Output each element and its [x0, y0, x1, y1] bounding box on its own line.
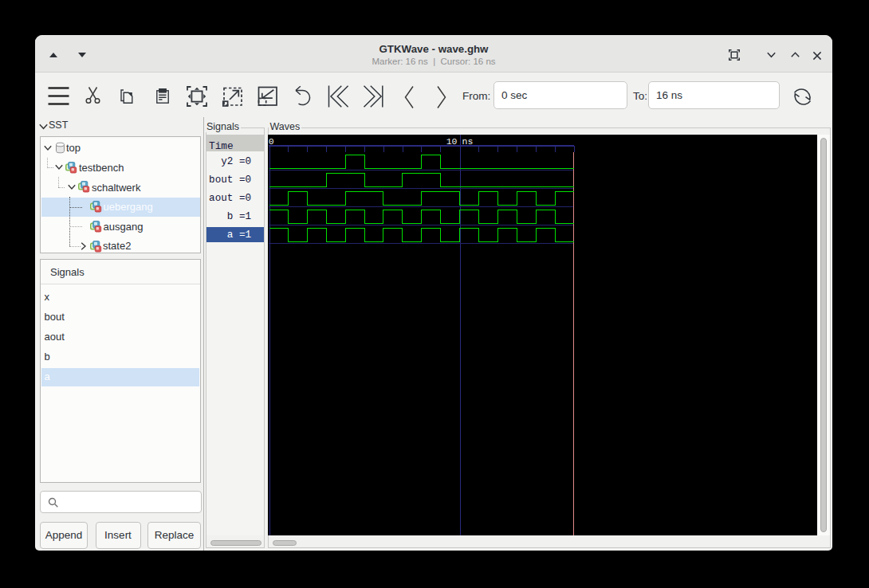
svg-text:0: 0	[269, 136, 274, 147]
svg-text:ns: ns	[462, 136, 474, 147]
svg-text:10: 10	[446, 136, 458, 147]
